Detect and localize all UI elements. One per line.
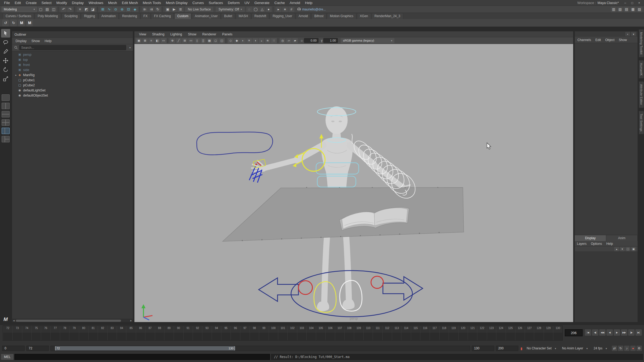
outliner-item[interactable]: ◉ defaultObjectSet: [12, 93, 133, 98]
exposure-field[interactable]: 0.00: [304, 38, 319, 43]
outliner-menu[interactable]: Help: [42, 39, 54, 43]
layout-four-pane-button[interactable]: [2, 119, 10, 126]
shelf-tab[interactable]: Arnold: [296, 13, 311, 19]
paint-selection-tool-button[interactable]: [1, 47, 10, 56]
layer-editor-menu[interactable]: Layers: [575, 242, 589, 246]
resolution-gate-icon[interactable]: ▯: [194, 38, 200, 43]
frame-tick[interactable]: 72: [3, 326, 12, 340]
search-input[interactable]: [19, 45, 126, 50]
layer-editor-tab[interactable]: Display: [575, 235, 606, 241]
frame-tick[interactable]: 74: [22, 326, 31, 340]
frame-tick[interactable]: 77: [50, 326, 60, 340]
layer-list[interactable]: [575, 252, 638, 322]
separator[interactable]: [97, 7, 98, 12]
sidebar-vertical-tab[interactable]: HumanIK: [639, 60, 644, 78]
frame-tick[interactable]: 102: [287, 326, 297, 340]
frame-tick[interactable]: 117: [430, 326, 439, 340]
outliner-item[interactable]: ◉ defaultLightSet: [12, 88, 133, 93]
snap-to-point-icon[interactable]: ⊙: [113, 7, 119, 12]
channel-box-menu[interactable]: Object: [603, 38, 617, 42]
lock-camera-icon[interactable]: ⊠: [142, 38, 148, 43]
menubar-menu[interactable]: Create: [23, 1, 39, 5]
outliner-item[interactable]: ▣ persp: [12, 52, 133, 57]
new-layer-from-selected-icon[interactable]: ▣: [631, 247, 636, 251]
filter-chevron-icon[interactable]: ▾: [129, 46, 131, 49]
layer-editor-menu[interactable]: Options: [589, 242, 604, 246]
gamma-field[interactable]: 1.00: [323, 38, 338, 43]
multisample-aa-icon[interactable]: ∷: [271, 38, 277, 43]
frame-tick[interactable]: 84: [117, 326, 126, 340]
shelf-button-mel-script-1[interactable]: M: [18, 20, 25, 26]
layout-two-pane-button[interactable]: [2, 103, 10, 109]
frame-tick[interactable]: 97: [240, 326, 250, 340]
separator[interactable]: [278, 38, 279, 43]
render-settings-icon[interactable]: ≣: [178, 7, 184, 12]
outliner-tree[interactable]: ▣ persp ▣ top ▣ front: [12, 51, 133, 319]
frame-tick[interactable]: 101: [278, 326, 287, 340]
account-button[interactable]: mauriello@dre...: [297, 8, 326, 11]
frame-tick[interactable]: 79: [69, 326, 79, 340]
safe-action-icon[interactable]: ◻: [213, 38, 218, 43]
shelf-button-rotate-cw[interactable]: ↻: [10, 20, 17, 26]
command-input[interactable]: [14, 354, 270, 360]
frame-tick[interactable]: 110: [363, 326, 373, 340]
channel-box-menu[interactable]: Channels: [575, 38, 593, 42]
menubar-menu[interactable]: Surfaces: [206, 1, 225, 5]
outliner-horizontal-scrollbar[interactable]: ◀ ▶: [12, 319, 133, 322]
character-set-selector[interactable]: No Character Set ▾: [525, 346, 558, 350]
shelf-tab[interactable]: Rigging: [81, 13, 98, 19]
frame-tick[interactable]: 99: [259, 326, 268, 340]
go-to-end-button[interactable]: ▶|: [635, 329, 642, 336]
frame-tick[interactable]: 106: [325, 326, 335, 340]
frame-tick[interactable]: 126: [515, 326, 525, 340]
frame-tick[interactable]: 81: [88, 326, 98, 340]
layout-outliner-persp-button[interactable]: [2, 128, 10, 134]
frame-tick[interactable]: 85: [126, 326, 136, 340]
menubar-menu[interactable]: Help: [302, 1, 315, 5]
shelf-tab[interactable]: MASH: [236, 13, 251, 19]
input-connections-icon[interactable]: ⇇: [142, 7, 148, 12]
viewport-renderer-icon[interactable]: ▸: [276, 7, 281, 12]
frame-tick[interactable]: 109: [354, 326, 363, 340]
menubar-menu[interactable]: Deform: [225, 1, 242, 5]
frame-tick[interactable]: 100: [269, 326, 278, 340]
bookmarks-icon[interactable]: ◧: [155, 38, 160, 43]
textured-icon[interactable]: ◐: [240, 38, 246, 43]
outliner-item[interactable]: ▣ side: [12, 67, 133, 72]
channel-box-menu[interactable]: Edit: [593, 38, 603, 42]
menubar-menu[interactable]: Modify: [54, 1, 69, 5]
step-forward-key-button[interactable]: ▶▶: [621, 329, 627, 336]
frame-tick[interactable]: 113: [392, 326, 401, 340]
frame-tick[interactable]: 96: [230, 326, 240, 340]
gate-mask-icon[interactable]: ▒: [200, 38, 206, 43]
frame-tick[interactable]: 120: [458, 326, 468, 340]
frame-tick[interactable]: 75: [31, 326, 41, 340]
shaded-icon[interactable]: ◆: [234, 38, 240, 43]
xray-icon[interactable]: ▱: [286, 38, 292, 43]
shadows-icon[interactable]: ◑: [253, 38, 258, 43]
shelf-tab[interactable]: Rigging_User: [270, 13, 295, 19]
menubar-menu[interactable]: Arnold: [287, 1, 302, 5]
snap-to-projected-center-icon[interactable]: ⊚: [119, 7, 125, 12]
fps-selector[interactable]: 24 fps ▾: [591, 346, 609, 350]
layer-move-up-icon[interactable]: ▴: [614, 247, 619, 251]
shelf-tab[interactable]: Animation: [98, 13, 119, 19]
channel-box-content[interactable]: [575, 43, 638, 235]
sidebar-vertical-tab[interactable]: Attribute Editor: [639, 82, 644, 108]
separator[interactable]: [167, 38, 169, 43]
shelf-tab[interactable]: FX: [141, 13, 151, 19]
menubar-menu[interactable]: Mesh Display: [163, 1, 190, 5]
scrollbar-thumb[interactable]: [16, 320, 121, 322]
sound-icon[interactable]: ♪: [624, 346, 630, 351]
menubar-menu[interactable]: Edit: [12, 1, 23, 5]
scroll-left-icon[interactable]: ◀: [12, 319, 16, 322]
frame-tick[interactable]: 87: [145, 326, 155, 340]
frame-tick[interactable]: 82: [98, 326, 107, 340]
use-all-lights-icon[interactable]: ☀: [246, 38, 252, 43]
animation-start-field[interactable]: 0: [2, 346, 25, 351]
frame-tick[interactable]: 86: [136, 326, 145, 340]
sidebar-toggle-channel-box-icon[interactable]: ▨: [636, 7, 642, 12]
isolate-select-icon[interactable]: ◎: [280, 38, 286, 43]
separator[interactable]: [139, 7, 141, 12]
menubar-menu[interactable]: Display: [69, 1, 86, 5]
